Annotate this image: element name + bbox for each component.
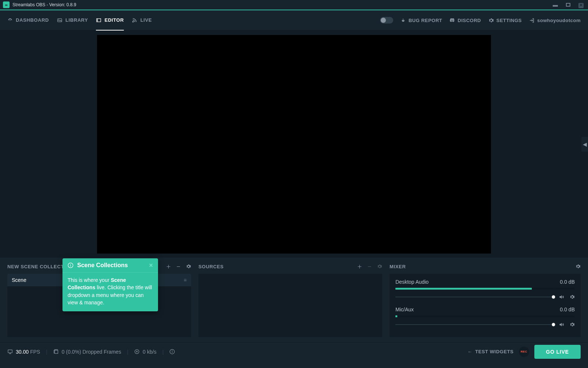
tooltip-title: Scene Collections <box>77 262 128 269</box>
fps-stat: 30.00 FPS <box>7 349 40 355</box>
maximize-icon[interactable] <box>566 2 570 8</box>
svg-rect-9 <box>55 350 58 354</box>
minimize-icon[interactable]: ▬ <box>553 2 558 8</box>
record-button[interactable]: REC <box>519 347 529 357</box>
mixer-channel-name: Desktop Audio <box>395 279 429 285</box>
svg-rect-13 <box>172 351 172 353</box>
info-icon[interactable] <box>169 349 175 354</box>
arrow-left-icon: ← <box>467 349 472 354</box>
scenes-panel: New Scene Collection Scene ≡ Scene Colle… <box>7 263 191 337</box>
tooltip-close-button[interactable]: × <box>149 263 153 268</box>
mixer-settings-button[interactable] <box>576 264 581 269</box>
download-icon <box>134 349 140 354</box>
mixer-panel: Mixer Desktop Audio 0.0 dB Mi <box>390 263 581 337</box>
sources-title: Sources <box>198 264 224 269</box>
svg-rect-8 <box>8 350 12 353</box>
mixer-channel-mic: Mic/Aux 0.0 dB <box>395 307 575 328</box>
monitor-icon <box>7 349 13 354</box>
svg-rect-6 <box>70 265 71 266</box>
sources-list <box>198 274 382 337</box>
user-label: sowhoyoudotcom <box>537 18 581 23</box>
status-bar: 30.00 FPS | 0 (0.0%) Dropped Frames | 0 … <box>0 342 588 361</box>
test-widgets-label: Test Widgets <box>475 349 514 354</box>
bug-report-button[interactable]: Bug Report <box>401 18 442 23</box>
image-icon <box>57 17 62 23</box>
scene-settings-button[interactable] <box>186 264 191 269</box>
mixer-channel-name: Mic/Aux <box>395 307 414 312</box>
remove-source-button[interactable] <box>367 264 372 269</box>
add-scene-button[interactable] <box>166 264 171 269</box>
svg-point-2 <box>133 21 133 22</box>
user-button[interactable]: sowhoyoudotcom <box>529 18 581 23</box>
go-live-button[interactable]: Go Live <box>534 345 581 359</box>
volume-slider[interactable] <box>395 324 553 325</box>
volume-slider[interactable] <box>395 297 553 297</box>
channel-settings-icon[interactable] <box>570 322 575 327</box>
bitrate-stat: 0 kb/s <box>134 349 156 355</box>
editor-icon <box>96 17 101 23</box>
gear-icon <box>488 18 494 23</box>
gauge-icon <box>7 17 13 23</box>
nav-library[interactable]: Library <box>57 11 88 31</box>
tooltip-body: This is where your Scene Collections liv… <box>62 273 158 311</box>
preview-area: ◀ <box>0 31 588 258</box>
svg-rect-7 <box>368 266 371 266</box>
audio-meter <box>395 315 575 317</box>
remove-scene-button[interactable] <box>176 264 181 269</box>
nav-editor-label: Editor <box>104 17 123 23</box>
source-settings-button[interactable] <box>377 264 382 269</box>
navbar: Dashboard Library Editor Live Bug Report… <box>0 10 588 31</box>
info-icon <box>68 262 74 268</box>
bug-icon <box>401 18 406 23</box>
nav-live-label: Live <box>140 17 152 23</box>
channel-settings-icon[interactable] <box>570 294 575 300</box>
app-icon: ∞ <box>3 1 10 8</box>
discord-label: Discord <box>458 18 481 23</box>
mixer-title: Mixer <box>390 264 406 269</box>
sidebar-expand-icon[interactable]: ◀ <box>581 137 588 152</box>
drag-handle-icon[interactable]: ≡ <box>184 277 187 283</box>
titlebar: ∞ Streamlabs OBS - Version: 0.8.9 ▬ ✕ <box>0 0 588 10</box>
nav-dashboard[interactable]: Dashboard <box>7 11 49 31</box>
bug-report-label: Bug Report <box>409 18 442 23</box>
nav-library-label: Library <box>65 17 88 23</box>
frames-icon <box>53 349 59 354</box>
scene-name: Scene <box>12 277 26 283</box>
svg-point-12 <box>172 350 173 351</box>
nav-live[interactable]: Live <box>132 11 152 31</box>
mute-icon[interactable] <box>559 322 564 328</box>
close-icon[interactable]: ✕ <box>578 2 584 8</box>
discord-button[interactable]: Discord <box>449 18 481 23</box>
scene-collections-tooltip: Scene Collections × This is where your S… <box>62 258 158 311</box>
dropped-frames-stat: 0 (0.0%) Dropped Frames <box>53 349 121 355</box>
svg-point-5 <box>70 264 71 265</box>
panels-row: New Scene Collection Scene ≡ Scene Colle… <box>0 258 588 342</box>
rss-icon <box>132 17 137 23</box>
night-mode-toggle[interactable] <box>380 17 393 24</box>
logout-icon <box>529 18 535 23</box>
settings-button[interactable]: Settings <box>488 18 522 23</box>
mute-icon[interactable] <box>559 294 564 300</box>
mixer-channel-desktop: Desktop Audio 0.0 dB <box>395 279 575 300</box>
nav-editor[interactable]: Editor <box>96 11 123 31</box>
preview-canvas[interactable] <box>97 35 491 254</box>
window-title: Streamlabs OBS - Version: 0.8.9 <box>12 2 76 7</box>
nav-dashboard-label: Dashboard <box>16 17 49 23</box>
add-source-button[interactable] <box>357 264 362 269</box>
mixer-channel-db: 0.0 dB <box>560 279 575 285</box>
mixer-body: Desktop Audio 0.0 dB Mic/Aux 0.0 dB <box>390 274 581 337</box>
sources-panel: Sources <box>198 263 382 337</box>
mixer-channel-db: 0.0 dB <box>560 307 575 312</box>
discord-icon <box>449 18 455 23</box>
svg-rect-3 <box>177 266 180 266</box>
test-widgets-button[interactable]: ← Test Widgets <box>467 349 514 354</box>
settings-label: Settings <box>496 18 522 23</box>
audio-meter <box>395 288 575 290</box>
